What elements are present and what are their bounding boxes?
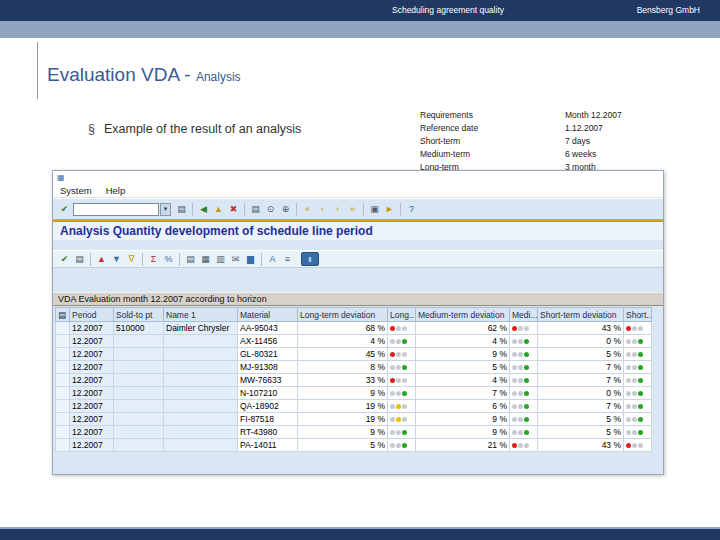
row-selector-cell[interactable]: [56, 387, 70, 400]
exit-icon[interactable]: ▲: [211, 202, 226, 217]
material-cell[interactable]: FI-87518: [238, 413, 298, 426]
row-selector-cell[interactable]: [56, 400, 70, 413]
long-term-deviation-cell[interactable]: 9 %: [298, 387, 388, 400]
short-term-deviation-cell[interactable]: 0 %: [538, 335, 624, 348]
new-session-icon[interactable]: ▣: [367, 202, 382, 217]
sort-ascending-icon[interactable]: ▲: [94, 252, 109, 267]
graphic-icon[interactable]: ▆: [243, 252, 258, 267]
table-row[interactable]: 12.2007 PA-14011 5 % 21 % 43 %: [56, 439, 652, 452]
short-term-status-cell[interactable]: [624, 335, 652, 348]
command-field-dropdown-icon[interactable]: ▼: [160, 203, 171, 216]
sold-to-cell[interactable]: 510000: [114, 322, 164, 335]
long-term-status-cell[interactable]: [388, 374, 416, 387]
short-term-deviation-cell[interactable]: 0 %: [538, 387, 624, 400]
sold-to-cell[interactable]: [114, 361, 164, 374]
corner-select-all-header[interactable]: ▤: [56, 308, 70, 322]
sold-to-cell[interactable]: [114, 439, 164, 452]
material-cell[interactable]: PA-14011: [238, 439, 298, 452]
short-term-status-cell[interactable]: [624, 322, 652, 335]
short-term-status-cell[interactable]: [624, 348, 652, 361]
sap-window-icon[interactable]: ▦: [57, 173, 65, 182]
medium-term-status-cell[interactable]: [510, 387, 538, 400]
material-cell[interactable]: AA-95043: [238, 322, 298, 335]
medium-term-deviation-cell[interactable]: 6 %: [416, 400, 510, 413]
row-selector-cell[interactable]: [56, 322, 70, 335]
cancel-icon[interactable]: ✖: [226, 202, 241, 217]
table-row[interactable]: 12.2007 QA-18902 19 % 6 % 7 %: [56, 400, 652, 413]
sort-descending-icon[interactable]: ▼: [109, 252, 124, 267]
column-header-short-term-deviation[interactable]: Short-term deviation: [538, 308, 624, 322]
sold-to-cell[interactable]: [114, 335, 164, 348]
period-cell[interactable]: 12.2007: [70, 400, 114, 413]
row-selector-cell[interactable]: [56, 439, 70, 452]
short-term-deviation-cell[interactable]: 5 %: [538, 426, 624, 439]
long-term-status-cell[interactable]: [388, 439, 416, 452]
medium-term-deviation-cell[interactable]: 21 %: [416, 439, 510, 452]
column-header-sold-to[interactable]: Sold-to pt: [114, 308, 164, 322]
material-cell[interactable]: GL-80321: [238, 348, 298, 361]
short-term-status-cell[interactable]: [624, 361, 652, 374]
medium-term-status-cell[interactable]: [510, 322, 538, 335]
medium-term-status-cell[interactable]: [510, 426, 538, 439]
save-icon[interactable]: ▤: [174, 202, 189, 217]
find-icon[interactable]: ⊙: [263, 202, 278, 217]
period-cell[interactable]: 12.2007: [70, 335, 114, 348]
save-list-icon[interactable]: ▤: [72, 252, 87, 267]
medium-term-deviation-cell[interactable]: 9 %: [416, 348, 510, 361]
medium-term-status-cell[interactable]: [510, 439, 538, 452]
material-cell[interactable]: MJ-91308: [238, 361, 298, 374]
period-cell[interactable]: 12.2007: [70, 439, 114, 452]
short-term-deviation-cell[interactable]: 5 %: [538, 413, 624, 426]
short-term-status-cell[interactable]: [624, 400, 652, 413]
medium-term-deviation-cell[interactable]: 5 %: [416, 361, 510, 374]
medium-term-status-cell[interactable]: [510, 361, 538, 374]
column-header-long-icon[interactable]: Long..: [388, 308, 416, 322]
table-row[interactable]: 12.2007 FI-87518 19 % 9 % 5 %: [56, 413, 652, 426]
medium-term-status-cell[interactable]: [510, 374, 538, 387]
sold-to-cell[interactable]: [114, 413, 164, 426]
customer-name-cell[interactable]: [164, 361, 238, 374]
material-cell[interactable]: AX-11456: [238, 335, 298, 348]
find-next-icon[interactable]: ⊕: [278, 202, 293, 217]
column-header-name[interactable]: Name 1: [164, 308, 238, 322]
long-term-status-cell[interactable]: [388, 335, 416, 348]
export-icon[interactable]: ▦: [198, 252, 213, 267]
customer-name-cell[interactable]: [164, 426, 238, 439]
long-term-deviation-cell[interactable]: 8 %: [298, 361, 388, 374]
create-shortcut-icon[interactable]: ►: [382, 202, 397, 217]
long-term-deviation-cell[interactable]: 68 %: [298, 322, 388, 335]
period-cell[interactable]: 12.2007: [70, 361, 114, 374]
long-term-deviation-cell[interactable]: 33 %: [298, 374, 388, 387]
medium-term-deviation-cell[interactable]: 4 %: [416, 374, 510, 387]
short-term-status-cell[interactable]: [624, 413, 652, 426]
table-row[interactable]: 12.2007 RT-43980 9 % 9 % 5 %: [56, 426, 652, 439]
medium-term-deviation-cell[interactable]: 62 %: [416, 322, 510, 335]
customer-name-cell[interactable]: [164, 413, 238, 426]
abc-analysis-icon[interactable]: A: [265, 252, 280, 267]
short-term-status-cell[interactable]: [624, 387, 652, 400]
column-header-short-icon[interactable]: Short...: [624, 308, 652, 322]
layout-icon[interactable]: ≡: [280, 252, 295, 267]
print-list-icon[interactable]: ▤: [183, 252, 198, 267]
short-term-status-cell[interactable]: [624, 374, 652, 387]
column-header-medium-icon[interactable]: Medi...: [510, 308, 538, 322]
material-cell[interactable]: N-107210: [238, 387, 298, 400]
table-row[interactable]: 12.2007 MW-76633 33 % 4 % 7 %: [56, 374, 652, 387]
menu-item-help[interactable]: Help: [106, 185, 126, 196]
previous-page-icon[interactable]: ‹: [315, 202, 330, 217]
menu-item-system[interactable]: System: [60, 185, 92, 196]
long-term-deviation-cell[interactable]: 5 %: [298, 439, 388, 452]
stop-transaction-button[interactable]: ‖: [301, 252, 319, 266]
long-term-status-cell[interactable]: [388, 426, 416, 439]
table-row[interactable]: 12.2007 N-107210 9 % 7 % 0 %: [56, 387, 652, 400]
medium-term-status-cell[interactable]: [510, 335, 538, 348]
sold-to-cell[interactable]: [114, 387, 164, 400]
long-term-deviation-cell[interactable]: 19 %: [298, 400, 388, 413]
long-term-status-cell[interactable]: [388, 322, 416, 335]
sold-to-cell[interactable]: [114, 348, 164, 361]
back-icon[interactable]: ◀: [196, 202, 211, 217]
customer-name-cell[interactable]: [164, 387, 238, 400]
short-term-deviation-cell[interactable]: 43 %: [538, 439, 624, 452]
long-term-status-cell[interactable]: [388, 348, 416, 361]
long-term-status-cell[interactable]: [388, 387, 416, 400]
